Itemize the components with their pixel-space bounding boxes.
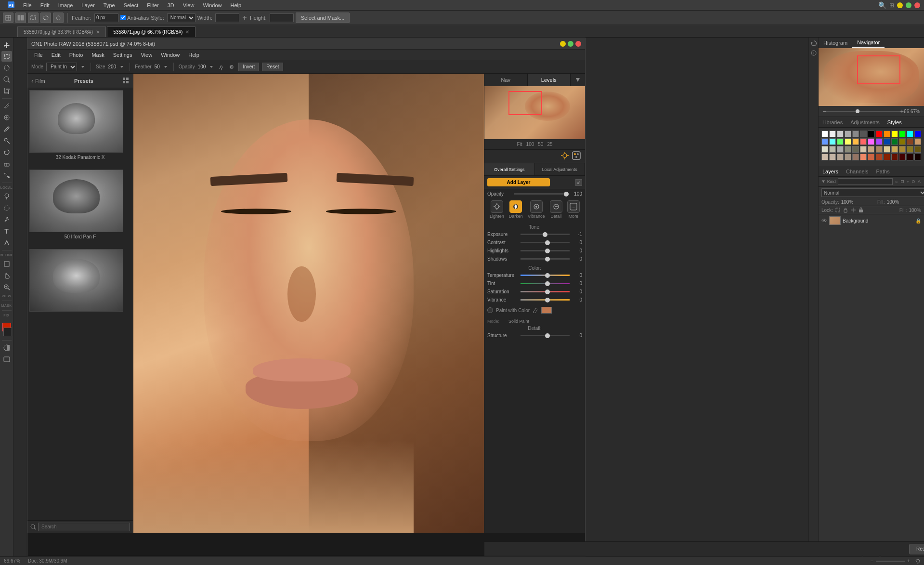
- list-item[interactable]: [29, 249, 131, 312]
- swatch-r13[interactable]: [914, 154, 921, 160]
- maximize-btn[interactable]: [906, 2, 911, 8]
- swatch-purple[interactable]: [876, 138, 883, 145]
- brush-tool[interactable]: [1, 124, 12, 134]
- search-icon[interactable]: 🔍: [878, 1, 886, 9]
- swatch-ltgray2[interactable]: [837, 131, 844, 137]
- zoom-out-status[interactable]: −: [869, 558, 875, 564]
- exposure-slider-handle[interactable]: [543, 232, 547, 237]
- collapse-button[interactable]: ↙: [575, 179, 582, 186]
- nav-preview-viewport-rect[interactable]: [508, 91, 542, 115]
- on1-menu-file[interactable]: File: [30, 51, 47, 59]
- swatch-lt-orange[interactable]: [852, 138, 859, 145]
- brush-settings-icon[interactable]: [228, 63, 235, 71]
- zoom-slider[interactable]: [826, 111, 900, 112]
- menu-type[interactable]: Type: [100, 1, 119, 9]
- swatch-style1[interactable]: [821, 146, 828, 153]
- swatch-r5[interactable]: [852, 154, 859, 160]
- tool-options-icon[interactable]: [3, 13, 13, 23]
- swatch-r3[interactable]: [837, 154, 844, 160]
- swatch-style8[interactable]: [876, 146, 883, 153]
- screen-mode[interactable]: [1, 354, 12, 365]
- menu-layer[interactable]: Layer: [78, 1, 99, 9]
- libraries-tab[interactable]: Libraries: [819, 117, 846, 127]
- histogram-tab[interactable]: Histogram: [819, 38, 852, 48]
- adjustments-tab[interactable]: Adjustments: [846, 117, 884, 127]
- background-color[interactable]: [3, 328, 12, 336]
- zoom-slider-handle[interactable]: [856, 109, 859, 113]
- fx-filter-icon[interactable]: fx: [895, 179, 898, 184]
- local-adjustments-tab[interactable]: Local Adjustments: [535, 163, 586, 175]
- blur-tool[interactable]: [1, 203, 12, 213]
- zoom-in-status[interactable]: +: [906, 558, 911, 564]
- swatch-pink[interactable]: [868, 138, 874, 145]
- swatch-style3[interactable]: [837, 146, 844, 153]
- swatch-r10[interactable]: [891, 154, 898, 160]
- channels-tab[interactable]: Channels: [842, 166, 872, 176]
- dodge-tool[interactable]: [1, 191, 12, 202]
- menu-window[interactable]: Window: [199, 1, 225, 9]
- darken-tool[interactable]: Darken: [509, 200, 523, 219]
- temperature-slider-handle[interactable]: [545, 273, 550, 278]
- swatch-r4[interactable]: [845, 154, 851, 160]
- filter-icon[interactable]: [821, 179, 825, 184]
- saturation-slider-handle[interactable]: [545, 289, 550, 294]
- swatch-style5[interactable]: [852, 146, 859, 153]
- expand-icon[interactable]: ⊞: [889, 2, 894, 9]
- list-item[interactable]: 50 Ilford Pan F: [29, 170, 131, 241]
- menu-3d[interactable]: 3D: [164, 1, 178, 9]
- vibrance-slider-handle[interactable]: [545, 298, 550, 302]
- contrast-slider[interactable]: [521, 242, 570, 243]
- swatch-style11[interactable]: [899, 146, 906, 153]
- zoom-100-btn[interactable]: 100: [526, 142, 534, 147]
- swatch-ltgray3[interactable]: [845, 131, 851, 137]
- contrast-slider-handle[interactable]: [545, 240, 550, 245]
- develop-icon[interactable]: [560, 151, 570, 162]
- feather-input[interactable]: [94, 13, 118, 22]
- on1-menu-window[interactable]: Window: [157, 51, 183, 59]
- lasso-tool[interactable]: [1, 63, 12, 73]
- swatch-lt-yellow[interactable]: [845, 138, 851, 145]
- swatch-style7[interactable]: [868, 146, 874, 153]
- on1-menu-view[interactable]: View: [137, 51, 156, 59]
- height-input[interactable]: [270, 13, 294, 22]
- menu-help[interactable]: Help: [227, 1, 246, 9]
- path-selection-tool[interactable]: [1, 237, 12, 248]
- presets-back-button[interactable]: ‹ Film: [31, 78, 45, 84]
- smart-filter-icon[interactable]: [917, 179, 921, 184]
- close-btn[interactable]: [914, 2, 920, 8]
- on1-menu-settings[interactable]: Settings: [109, 51, 136, 59]
- reset-all-button[interactable]: Reset All: [909, 544, 924, 554]
- presets-search-input[interactable]: [38, 523, 130, 531]
- width-input[interactable]: [215, 13, 239, 22]
- menu-ps[interactable]: Ps: [4, 0, 18, 10]
- fit-label[interactable]: Fit: [517, 142, 522, 147]
- tint-slider[interactable]: [521, 283, 570, 284]
- on1-menu-photo[interactable]: Photo: [65, 51, 87, 59]
- layers-tab[interactable]: Layers: [819, 166, 842, 176]
- structure-slider[interactable]: [521, 335, 570, 336]
- saturation-slider[interactable]: [521, 291, 570, 292]
- paths-tab[interactable]: Paths: [872, 166, 894, 176]
- select-mask-button[interactable]: Select and Mask...: [296, 13, 350, 23]
- swatch-dk-green[interactable]: [891, 138, 898, 145]
- levels-tab[interactable]: Levels: [528, 74, 571, 86]
- zoom-in-btn[interactable]: +: [900, 107, 904, 115]
- lock-position-icon[interactable]: [850, 207, 856, 213]
- swatch-dk-blue[interactable]: [884, 138, 890, 145]
- menu-file[interactable]: File: [19, 1, 36, 9]
- swatch-green[interactable]: [899, 131, 906, 137]
- quick-mask-mode[interactable]: [1, 342, 12, 353]
- swatch-lt-blue[interactable]: [821, 138, 828, 145]
- paint-with-color-checkbox[interactable]: [487, 307, 493, 313]
- on1-minimize-btn[interactable]: [560, 41, 566, 47]
- paint-color-swatch[interactable]: [541, 307, 552, 314]
- text-tool[interactable]: T: [1, 226, 12, 237]
- swatch-style12[interactable]: [907, 146, 913, 153]
- opacity-slider-handle[interactable]: [564, 192, 569, 197]
- nav-tab[interactable]: Nav: [484, 74, 528, 86]
- swatch-style10[interactable]: [891, 146, 898, 153]
- reset-button[interactable]: Reset: [262, 63, 283, 71]
- tab-close-2[interactable]: ✕: [185, 29, 189, 35]
- swatch-lt-cyan[interactable]: [829, 138, 836, 145]
- document-tab-1[interactable]: 5358070.jpg @ 33.3% (RGB/8#) ✕: [17, 26, 106, 37]
